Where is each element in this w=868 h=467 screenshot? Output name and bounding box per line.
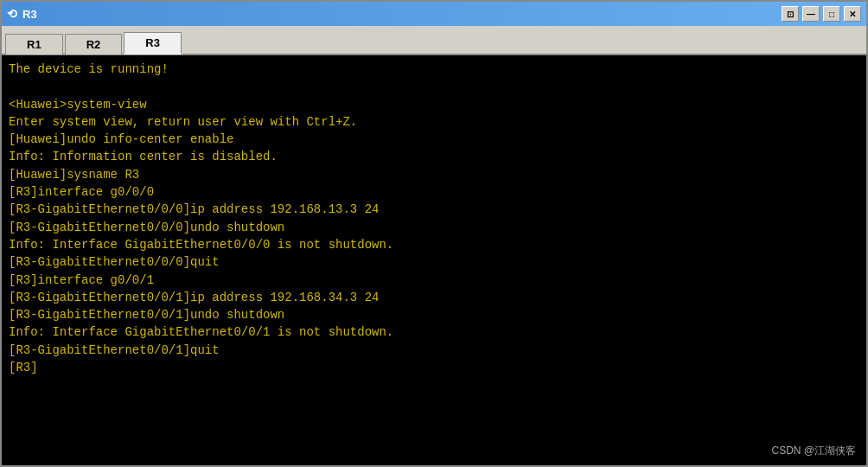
minimize-button[interactable]: —	[802, 6, 820, 22]
terminal-output: The device is running! <Huawei>system-vi…	[9, 61, 859, 376]
window: ⟲ R3 ⊡ — □ ✕ R1 R2 R3 The device is runn…	[0, 0, 868, 467]
terminal-area[interactable]: The device is running! <Huawei>system-vi…	[2, 55, 866, 465]
restore-button[interactable]: ⊡	[782, 6, 799, 22]
window-title: R3	[22, 8, 776, 21]
title-bar: ⟲ R3 ⊡ — □ ✕	[2, 2, 866, 26]
close-button[interactable]: ✕	[844, 6, 861, 22]
title-bar-buttons: ⊡ — □ ✕	[782, 6, 861, 22]
maximize-button[interactable]: □	[823, 6, 840, 22]
window-icon: ⟲	[7, 7, 17, 21]
tab-r1[interactable]: R1	[5, 34, 63, 54]
tab-r3[interactable]: R3	[124, 32, 182, 54]
tab-bar: R1 R2 R3	[2, 26, 866, 55]
watermark: CSDN @江湖侠客	[771, 444, 856, 458]
tab-r2[interactable]: R2	[65, 34, 123, 54]
